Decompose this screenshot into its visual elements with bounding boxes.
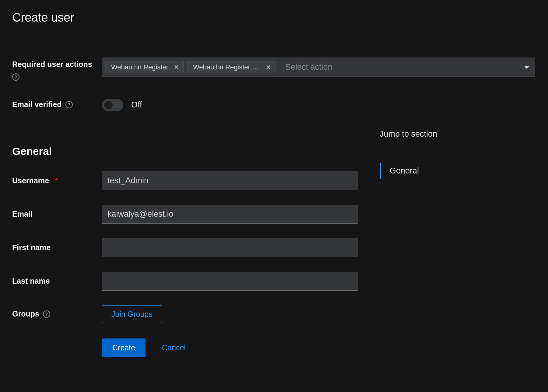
toggle-state-label: Off (131, 100, 142, 110)
jump-item-general[interactable]: General (380, 163, 437, 179)
page-header: Create user (0, 0, 548, 33)
required-actions-field: Webauthn Register ✕ Webauthn Register P…… (102, 58, 535, 77)
groups-row: Groups ? Join Groups (12, 305, 358, 323)
general-heading: General (12, 145, 358, 157)
jump-to-section-title: Jump to section (380, 129, 437, 139)
required-actions-multiselect[interactable]: Webauthn Register ✕ Webauthn Register P…… (102, 58, 535, 77)
action-chip: Webauthn Register P… ✕ (187, 61, 276, 73)
username-input[interactable] (102, 171, 358, 190)
email-verified-toggle-wrap: Off (102, 99, 142, 111)
content-area: Required user actions ? Webauthn Registe… (0, 33, 548, 369)
last-name-row: Last name (12, 272, 358, 291)
label-col: Required user actions ? (12, 58, 102, 81)
email-label: Email (12, 209, 33, 219)
required-asterisk-icon: * (55, 176, 58, 185)
email-verified-row: Email verified ? Off (12, 98, 536, 112)
email-verified-label-text: Email verified (12, 100, 62, 110)
username-row: Username* (12, 171, 358, 190)
help-icon[interactable]: ? (65, 101, 73, 108)
email-input[interactable] (102, 205, 358, 224)
close-icon[interactable]: ✕ (266, 64, 271, 70)
jump-nav: General (380, 152, 437, 190)
page-title: Create user (12, 11, 536, 24)
help-icon[interactable]: ? (12, 73, 19, 81)
required-actions-label-text: Required user actions (12, 59, 92, 70)
chevron-down-icon[interactable] (524, 66, 529, 69)
email-row: Email (12, 205, 358, 224)
first-name-input[interactable] (102, 238, 358, 257)
email-verified-toggle[interactable] (102, 99, 123, 111)
required-actions-row: Required user actions ? Webauthn Registe… (12, 58, 536, 81)
join-groups-button[interactable]: Join Groups (102, 305, 162, 323)
create-button[interactable]: Create (102, 338, 146, 357)
help-icon[interactable]: ? (43, 310, 50, 318)
email-verified-field: Off (102, 98, 358, 112)
label-col: Email verified ? (12, 98, 102, 110)
label-col: Last name (12, 276, 102, 286)
jump-to-section-pane: Jump to section General (380, 129, 437, 190)
groups-label: Groups ? (12, 309, 50, 319)
label-col: First name (12, 243, 102, 253)
action-chip-text: Webauthn Register P… (193, 63, 260, 71)
label-col: Groups ? (12, 309, 102, 319)
username-label: Username* (12, 176, 58, 186)
multiselect-placeholder: Select action (285, 62, 520, 72)
label-col: Email (12, 209, 102, 219)
label-col: Username* (12, 176, 102, 186)
close-icon[interactable]: ✕ (174, 64, 179, 70)
action-chip-text: Webauthn Register (111, 63, 168, 71)
username-label-text: Username (12, 176, 49, 186)
last-name-input[interactable] (102, 272, 358, 291)
general-two-col: General Username* Email (12, 129, 536, 357)
cancel-button[interactable]: Cancel (162, 343, 186, 352)
first-name-row: First name (12, 238, 358, 257)
groups-label-text: Groups (12, 309, 39, 319)
action-chip: Webauthn Register ✕ (105, 61, 184, 73)
toggle-knob (104, 101, 113, 109)
last-name-label: Last name (12, 276, 50, 286)
required-actions-label: Required user actions (12, 59, 92, 70)
email-verified-label: Email verified ? (12, 100, 73, 110)
form-actions: Create Cancel (102, 338, 358, 357)
general-form-pane: General Username* Email (12, 129, 358, 357)
first-name-label: First name (12, 243, 51, 253)
